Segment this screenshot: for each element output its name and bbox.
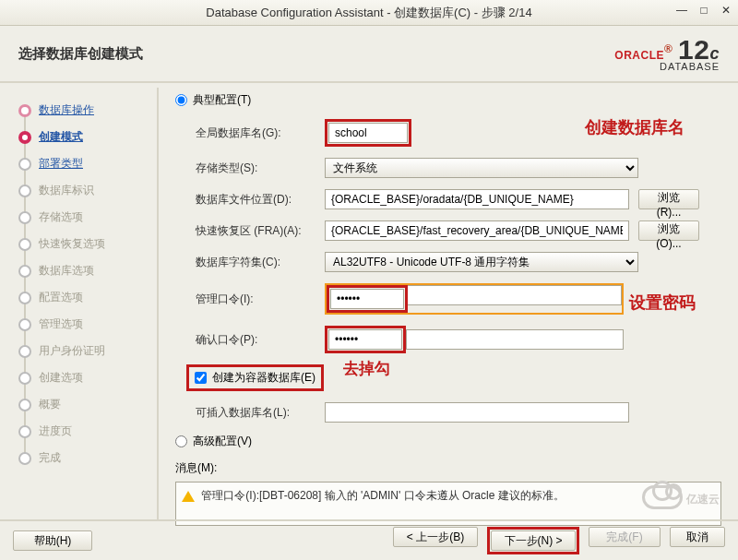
step-mgmt-opts: 管理选项 bbox=[39, 316, 83, 332]
cancel-button[interactable]: 取消 bbox=[670, 527, 725, 547]
confirm-pwd-label: 确认口令(P): bbox=[196, 332, 325, 348]
page-title: 选择数据库创建模式 bbox=[18, 45, 143, 63]
help-button[interactable]: 帮助(H) bbox=[13, 530, 92, 551]
next-button[interactable]: 下一步(N) > bbox=[491, 530, 576, 551]
fra-label: 快速恢复区 (FRA)(A): bbox=[196, 223, 325, 239]
minimize-icon[interactable]: — bbox=[675, 4, 688, 17]
step-summary: 概要 bbox=[39, 397, 61, 412]
typical-config-radio[interactable] bbox=[175, 94, 187, 106]
advanced-config-label: 高级配置(V) bbox=[193, 434, 252, 449]
wizard-steps: 数据库操作 创建模式 部署类型 数据库标识 存储选项 快速恢复选项 数据库选项 … bbox=[0, 83, 157, 526]
step-storage: 存储选项 bbox=[39, 209, 83, 225]
main-panel: 典型配置(T) 全局数据库名(G): 创建数据库名 存储类型(S): 文件系统 … bbox=[159, 83, 738, 526]
advanced-config-radio[interactable] bbox=[175, 435, 187, 447]
container-db-label: 创建为容器数据库(E) bbox=[212, 370, 315, 386]
pdb-name-input[interactable] bbox=[325, 402, 629, 423]
oracle-logo: ORACLE® 12c DATABASE bbox=[614, 36, 720, 72]
warning-text: 管理口令(I):[DBT-06208] 输入的 'ADMIN' 口令未遵从 Or… bbox=[201, 489, 564, 502]
admin-pwd-label: 管理口令(I): bbox=[196, 292, 325, 307]
messages-label: 消息(M): bbox=[175, 460, 721, 476]
typical-config-label: 典型配置(T) bbox=[193, 92, 251, 108]
step-db-opts: 数据库选项 bbox=[39, 263, 94, 279]
global-db-input[interactable] bbox=[328, 123, 408, 143]
admin-pwd-input-ext[interactable] bbox=[408, 285, 622, 305]
storage-label: 存储类型(S): bbox=[196, 161, 325, 176]
wizard-buttons: 帮助(H) < 上一步(B) 下一步(N) > 完成(F) 取消 bbox=[0, 519, 738, 560]
title-bar: Database Configuration Assistant - 创建数据库… bbox=[0, 0, 738, 26]
step-db-id: 数据库标识 bbox=[39, 183, 94, 198]
step-db-operation[interactable]: 数据库操作 bbox=[39, 102, 94, 118]
fra-input[interactable] bbox=[325, 220, 629, 241]
step-done: 完成 bbox=[39, 450, 61, 466]
anno-uncheck: 去掉勾 bbox=[343, 358, 390, 379]
confirm-pwd-input-ext[interactable] bbox=[406, 329, 624, 350]
maximize-icon[interactable]: □ bbox=[697, 4, 710, 17]
close-icon[interactable]: ✕ bbox=[720, 4, 732, 17]
file-loc-input[interactable] bbox=[325, 189, 629, 209]
step-create-opts: 创建选项 bbox=[39, 370, 83, 386]
browse-file-loc-button[interactable]: 浏览(R)... bbox=[638, 189, 699, 209]
browse-fra-button[interactable]: 浏览(O)... bbox=[638, 220, 699, 241]
container-db-checkbox[interactable] bbox=[195, 372, 207, 384]
finish-button: 完成(F) bbox=[589, 527, 661, 547]
step-creds: 用户身份证明 bbox=[39, 343, 105, 359]
step-fra: 快速恢复选项 bbox=[39, 236, 105, 252]
warning-icon bbox=[182, 491, 195, 502]
confirm-pwd-input[interactable] bbox=[328, 329, 402, 350]
admin-pwd-input[interactable] bbox=[330, 289, 404, 309]
step-deploy-type[interactable]: 部署类型 bbox=[39, 156, 83, 172]
sub-header: 选择数据库创建模式 ORACLE® 12c DATABASE bbox=[0, 26, 738, 81]
step-config-opts: 配置选项 bbox=[39, 290, 83, 305]
charset-select[interactable]: AL32UTF8 - Unicode UTF-8 通用字符集 bbox=[325, 252, 638, 272]
step-create-mode[interactable]: 创建模式 bbox=[39, 129, 83, 145]
storage-select[interactable]: 文件系统 bbox=[325, 158, 638, 178]
global-db-label: 全局数据库名(G): bbox=[196, 125, 325, 141]
back-button[interactable]: < 上一步(B) bbox=[393, 527, 478, 547]
window-title: Database Configuration Assistant - 创建数据库… bbox=[206, 5, 531, 21]
pdb-name-label: 可插入数据库名(L): bbox=[196, 405, 325, 421]
file-loc-label: 数据库文件位置(D): bbox=[196, 192, 325, 208]
step-progress: 进度页 bbox=[39, 423, 72, 439]
charset-label: 数据库字符集(C): bbox=[196, 255, 325, 270]
